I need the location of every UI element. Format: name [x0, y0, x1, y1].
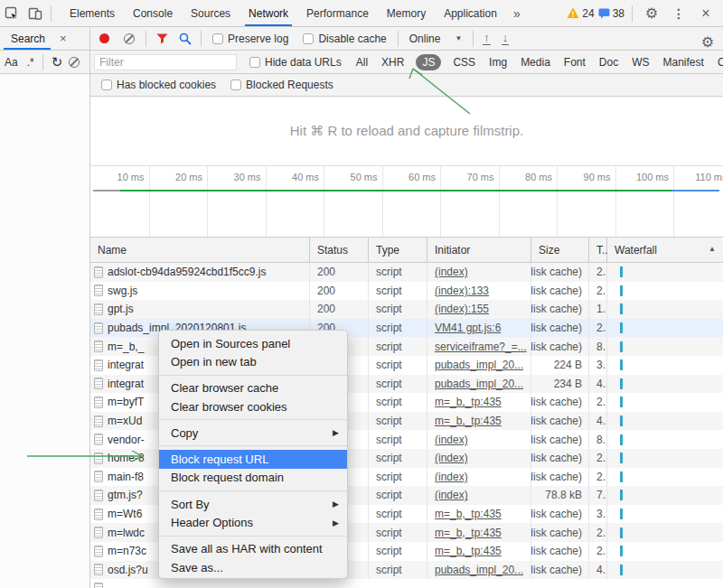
table-row[interactable]: swg.js200script(index):133(disk cache)2.… [90, 282, 723, 301]
filter-pill-manifest[interactable]: Manifest [662, 54, 706, 70]
menu-item-open-in-new-tab[interactable]: Open in new tab [159, 352, 347, 370]
filter-funnel-icon[interactable] [150, 27, 174, 51]
inspect-icon[interactable] [0, 2, 23, 25]
column-header-size[interactable]: Size [531, 238, 589, 262]
initiator-link[interactable]: (index) [435, 489, 468, 501]
menu-item-sort-by[interactable]: Sort By▶ [159, 495, 347, 513]
column-header-type[interactable]: Type [369, 238, 427, 262]
initiator-link[interactable]: pubads_impl_20... [435, 564, 523, 576]
tab-search[interactable]: Search [0, 27, 54, 50]
column-header-waterfall[interactable]: Waterfall [607, 238, 723, 262]
filter-pill-doc[interactable]: Doc [597, 54, 620, 70]
column-header-t[interactable]: T.. [589, 238, 607, 262]
initiator-link[interactable]: (index) [435, 452, 468, 464]
initiator-link[interactable]: serviceiframe?_=... [435, 341, 527, 353]
filter-pill-js[interactable]: JS [416, 54, 441, 70]
timeline-tick-label: 50 ms [327, 172, 378, 182]
gear-icon[interactable]: ⚙ [640, 2, 663, 25]
table-row[interactable]: adslot-cb94da95924cbd1f5cc9.js200script(… [90, 263, 723, 282]
tab-sources[interactable]: Sources [182, 0, 239, 26]
more-panels-chevron[interactable]: » [506, 6, 528, 21]
initiator-link[interactable]: pubads_impl_20... [435, 378, 523, 390]
initiator-link[interactable]: (index) [435, 471, 468, 483]
refresh-icon[interactable]: ↻ [52, 55, 63, 69]
menu-item-clear-browser-cache[interactable]: Clear browser cache [159, 379, 347, 397]
messages-badge[interactable]: 38 [598, 7, 624, 20]
clear-icon[interactable] [124, 33, 135, 44]
initiator-link[interactable]: (index):155 [435, 303, 489, 315]
hide-data-urls-checkbox[interactable]: Hide data URLs [249, 56, 342, 69]
record-icon[interactable] [99, 33, 109, 43]
device-toolbar-icon[interactable] [23, 2, 47, 25]
column-header-status[interactable]: Status [310, 238, 369, 262]
tab-performance[interactable]: Performance [297, 0, 378, 26]
initiator-link[interactable]: m=_b,_tp:435 [435, 545, 502, 557]
initiator-link[interactable]: m=_b,_tp:435 [435, 396, 502, 408]
menu-item-open-in-sources-panel[interactable]: Open in Sources panel [159, 334, 347, 352]
tab-network[interactable]: Network [239, 0, 297, 26]
time-cell: 2... [589, 523, 607, 542]
import-har-icon[interactable]: ↑ [483, 32, 491, 45]
filter-pill-img[interactable]: Img [487, 54, 509, 70]
menu-item-block-request-domain[interactable]: Block request domain [159, 469, 347, 487]
tab-console[interactable]: Console [124, 0, 182, 26]
menu-item-save-all-as-har-with-content[interactable]: Save all as HAR with content [159, 540, 347, 558]
time-cell: 3... [589, 505, 607, 524]
filter-pill-font[interactable]: Font [562, 54, 587, 70]
blocked-requests-checkbox[interactable]: Blocked Requests [230, 79, 333, 91]
waterfall-bar [620, 471, 623, 482]
initiator-link[interactable]: VM41 gpt.js:6 [435, 322, 501, 334]
has-blocked-cookies-checkbox[interactable]: Has blocked cookies [101, 79, 216, 91]
disable-cache-checkbox[interactable]: Disable cache [303, 33, 386, 45]
search-icon[interactable] [174, 27, 197, 51]
initiator-cell: serviceiframe?_=... [427, 337, 531, 356]
tab-application[interactable]: Application [435, 0, 506, 26]
menu-item-clear-browser-cookies[interactable]: Clear browser cookies [159, 397, 347, 415]
menu-item-save-as[interactable]: Save as... [159, 558, 347, 576]
sort-direction-icon[interactable]: ▲ [709, 245, 716, 253]
initiator-link[interactable]: (index):133 [435, 285, 489, 297]
type-cell: script [369, 300, 427, 319]
menu-item-label: Header Options [171, 516, 253, 529]
warnings-badge[interactable]: 24 [567, 7, 594, 20]
close-search-icon[interactable]: × [60, 32, 67, 45]
filter-pill-css[interactable]: CSS [451, 54, 477, 70]
column-header-name[interactable]: Name [90, 238, 310, 262]
waterfall-bar [620, 378, 623, 389]
menu-item-header-options[interactable]: Header Options▶ [159, 513, 347, 531]
menu-item-block-request-url[interactable]: Block request URL [159, 450, 347, 468]
request-name: gpt.js [108, 303, 134, 315]
filter-pill-ws[interactable]: WS [630, 54, 651, 70]
initiator-link[interactable]: m=_b,_tp:435 [435, 508, 502, 520]
filter-pill-all[interactable]: All [354, 54, 370, 70]
tab-memory[interactable]: Memory [378, 0, 435, 26]
export-har-icon[interactable]: ↓ [502, 32, 510, 45]
timeline-gridline [149, 166, 150, 237]
filter-pill-xhr[interactable]: XHR [380, 54, 406, 70]
kebab-menu-icon[interactable]: ⋮ [667, 2, 690, 25]
filter-pill-media[interactable]: Media [519, 54, 552, 70]
initiator-link[interactable]: m=_b,_tp:435 [435, 415, 502, 427]
initiator-link[interactable]: pubads_impl_20... [435, 359, 523, 371]
table-row[interactable]: gpt.js200script(index):155(disk cache)1.… [90, 300, 723, 319]
initiator-link[interactable]: (index) [435, 434, 468, 446]
filter-pill-other[interactable]: Other [716, 54, 723, 70]
close-icon[interactable]: × [694, 2, 718, 25]
throttling-dropdown[interactable]: Online ▼ [409, 33, 463, 45]
menu-item-copy[interactable]: Copy▶ [159, 424, 347, 442]
initiator-cell: pubads_impl_20... [427, 356, 531, 375]
waterfall-cell [607, 523, 723, 542]
column-header-initiator[interactable]: Initiator [427, 238, 531, 262]
overview-bar-main [120, 190, 671, 191]
initiator-link[interactable]: (index) [435, 266, 468, 278]
match-case-toggle[interactable]: Aa [5, 56, 18, 69]
preserve-log-checkbox[interactable]: Preserve log [212, 33, 288, 45]
regex-toggle[interactable]: .* [27, 56, 34, 69]
initiator-link[interactable]: m=_b,_tp:435 [435, 527, 502, 539]
timeline-gridline [440, 166, 441, 237]
script-file-icon [94, 546, 103, 557]
filter-input[interactable] [94, 54, 237, 70]
clear-search-icon[interactable] [69, 57, 80, 68]
tab-elements[interactable]: Elements [61, 0, 124, 26]
initiator-cell: (index) [427, 486, 531, 505]
